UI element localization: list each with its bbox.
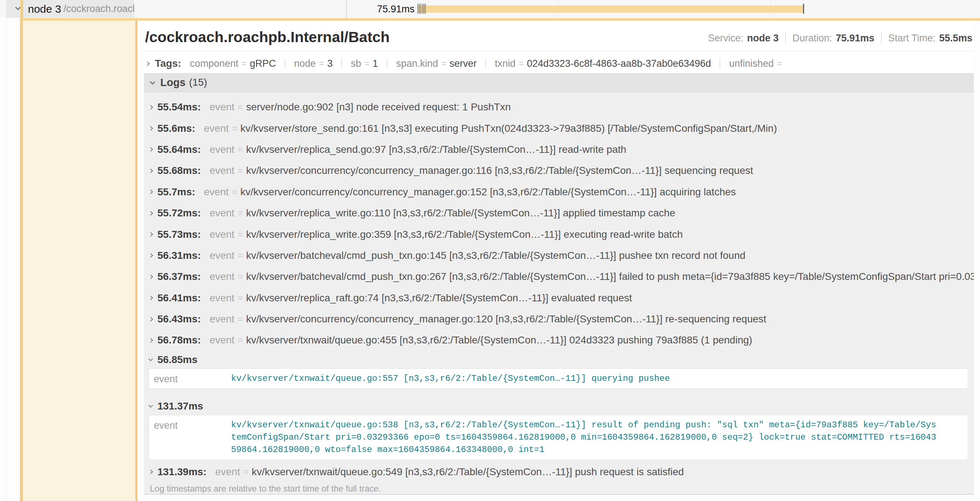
logs-accordion-header[interactable]: Logs (15)	[144, 73, 974, 92]
chevron-right-icon	[145, 61, 150, 66]
log-timestamp: 55.7ms:	[158, 186, 195, 198]
tag-separator	[285, 58, 285, 69]
log-value: kv/kvserver/store_send.go:161 [n3,s3] ex…	[240, 123, 777, 134]
log-row[interactable]: 56.43ms: event = kv/kvserver/concurrency…	[144, 309, 974, 330]
logs-section: Logs (15) 55.54ms: event = server/node.g…	[144, 73, 974, 495]
operation-name: /cockroach.roach…	[64, 0, 134, 18]
log-row[interactable]: 55.6ms: event = kv/kvserver/store_send.g…	[144, 118, 974, 139]
chevron-right-icon	[148, 274, 153, 279]
log-value: kv/kvserver/txnwait/queue.go:549 [n3,s3,…	[252, 466, 684, 478]
equals-sign: =	[237, 145, 243, 155]
logs-footer-note: Log timestamps are relative to the start…	[144, 482, 974, 495]
log-tick	[422, 4, 423, 14]
equals-sign: =	[242, 59, 246, 69]
log-timestamp: 56.43ms:	[158, 313, 201, 325]
log-timestamp: 131.37ms	[158, 400, 203, 412]
chevron-right-icon	[148, 105, 153, 110]
chevron-down-icon	[148, 356, 153, 361]
log-key: event	[204, 123, 229, 134]
span-duration-label: 75.91ms	[363, 0, 415, 18]
log-value: kv/kvserver/concurrency/concurrency_mana…	[246, 165, 753, 176]
log-row[interactable]: 55.73ms: event = kv/kvserver/replica_wri…	[144, 223, 974, 245]
log-key: event	[210, 101, 235, 113]
tag-item: sb = 1	[341, 58, 378, 69]
span-color-bar	[20, 0, 23, 18]
log-row[interactable]: 56.31ms: event = kv/kvserver/batcheval/c…	[144, 245, 974, 266]
equals-sign: =	[777, 59, 782, 69]
log-key: event	[210, 292, 235, 304]
log-key: event	[210, 165, 235, 176]
tag-item: txnid = 024d3323-6c8f-4863-aa8b-37ab0e63…	[485, 58, 711, 69]
equals-sign: =	[243, 467, 248, 477]
log-row-expanded-header[interactable]: 56.85ms	[144, 351, 974, 369]
meta-separator	[785, 33, 786, 43]
log-key: event	[215, 466, 240, 478]
tag-separator	[719, 58, 720, 69]
log-value: kv/kvserver/replica_write.go:110 [n3,s3,…	[246, 207, 675, 219]
log-field-value: kv/kvserver/txnwait/queue.go:557 [n3,s3,…	[231, 372, 938, 385]
log-fields-table: event kv/kvserver/txnwait/queue.go:557 […	[149, 369, 968, 389]
log-timestamp: 55.73ms:	[158, 229, 201, 240]
log-tick	[417, 4, 418, 14]
log-timestamp: 55.54ms:	[158, 101, 201, 113]
equals-sign: =	[237, 271, 243, 282]
log-row[interactable]: 56.78ms: event = kv/kvserver/txnwait/que…	[144, 330, 974, 351]
log-row[interactable]: 131.39ms: event = kv/kvserver/txnwait/qu…	[144, 461, 974, 482]
service-label: Service:	[708, 33, 743, 44]
log-timestamp: 56.31ms:	[158, 250, 201, 262]
service-value: node 3	[747, 33, 779, 44]
collapse-children-chevron-icon[interactable]	[15, 5, 21, 11]
log-field-value: kv/kvserver/txnwait/queue.go:538 [n3,s3,…	[231, 419, 938, 456]
equals-sign: =	[237, 293, 243, 303]
span-detail-title: /cockroach.roachpb.Internal/Batch	[145, 29, 390, 46]
log-value: kv/kvserver/batcheval/cmd_push_txn.go:26…	[246, 271, 974, 282]
equals-sign: =	[237, 230, 243, 239]
log-timestamp: 55.6ms:	[158, 123, 195, 134]
tags-accordion-header[interactable]: Tags: component = gRPC node = 3 sb = 1 s…	[146, 56, 785, 72]
log-row[interactable]: 55.7ms: event = kv/kvserver/concurrency/…	[144, 182, 974, 203]
chevron-down-icon	[148, 403, 153, 408]
log-value: kv/kvserver/batcheval/cmd_push_txn.go:14…	[246, 250, 745, 262]
equals-sign: =	[441, 59, 446, 69]
log-field-key: event	[149, 419, 231, 431]
log-row-expanded-header[interactable]: 131.37ms	[144, 397, 974, 415]
log-row[interactable]: 55.64ms: event = kv/kvserver/replica_sen…	[144, 139, 974, 160]
log-key: event	[210, 207, 235, 219]
log-tick-end	[803, 4, 804, 14]
log-key: event	[210, 313, 235, 325]
log-value: kv/kvserver/txnwait/queue.go:455 [n3,s3,…	[246, 334, 752, 346]
log-value: kv/kvserver/concurrency/concurrency_mana…	[246, 313, 766, 325]
log-field-key: event	[149, 372, 231, 385]
log-tick	[425, 4, 426, 14]
tag-item: component = gRPC	[190, 58, 276, 69]
equals-sign: =	[237, 250, 243, 261]
log-value: kv/kvserver/replica_write.go:359 [n3,s3,…	[246, 229, 682, 240]
span-name-box[interactable]: node 3 /cockroach.roach…	[6, 0, 134, 18]
detail-inner-accent-bar	[135, 21, 137, 501]
service-name: node 3	[28, 0, 61, 18]
chevron-right-icon	[148, 254, 153, 258]
selected-row-highlight-column	[23, 21, 135, 501]
log-row[interactable]: 55.68ms: event = kv/kvserver/concurrency…	[144, 160, 974, 181]
log-row[interactable]: 55.54ms: event = server/node.go:902 [n3]…	[144, 97, 974, 118]
log-row[interactable]: 56.41ms: event = kv/kvserver/replica_raf…	[144, 287, 974, 309]
tag-separator	[341, 58, 342, 69]
header-divider	[144, 51, 974, 51]
equals-sign: =	[364, 59, 369, 69]
log-tick	[420, 4, 421, 14]
tag-item: node = 3	[285, 58, 333, 69]
span-duration-bar[interactable]	[418, 5, 803, 13]
span-meta: Service: node 3 Duration: 75.91ms Start …	[708, 30, 972, 46]
log-row[interactable]: 55.72ms: event = kv/kvserver/replica_wri…	[144, 203, 974, 223]
log-entry-expanded: 56.85ms event kv/kvserver/txnwait/queue.…	[144, 351, 974, 389]
log-row[interactable]: 56.37ms: event = kv/kvserver/batcheval/c…	[144, 266, 974, 287]
meta-separator	[881, 33, 882, 43]
detail-top-accent-border	[21, 18, 980, 21]
chevron-right-icon	[148, 338, 153, 343]
column-splitter[interactable]	[346, 0, 347, 18]
log-key: event	[210, 144, 235, 155]
duration-label: Duration:	[792, 33, 832, 44]
span-timeline-row[interactable]: node 3 /cockroach.roach… 75.91ms	[0, 0, 980, 18]
log-timestamp: 55.68ms:	[158, 165, 201, 176]
log-value: server/node.go:902 [n3] node received re…	[246, 101, 511, 113]
